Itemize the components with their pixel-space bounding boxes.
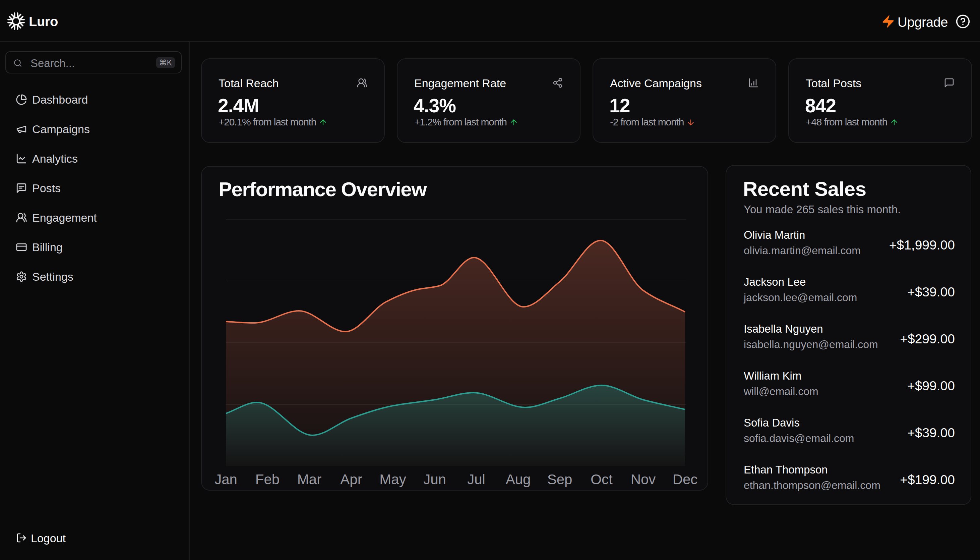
svg-text:Mar: Mar [297,472,321,487]
svg-text:Oct: Oct [591,472,613,487]
svg-text:Feb: Feb [256,472,279,487]
svg-text:Jul: Jul [467,472,485,487]
svg-text:Aug: Aug [506,472,531,487]
svg-text:Sep: Sep [547,472,573,487]
svg-text:Jan: Jan [214,472,237,487]
svg-text:Dec: Dec [673,472,698,487]
svg-text:May: May [379,472,406,487]
svg-text:Nov: Nov [631,472,656,487]
svg-text:Apr: Apr [340,472,362,487]
svg-text:Jun: Jun [423,472,446,487]
